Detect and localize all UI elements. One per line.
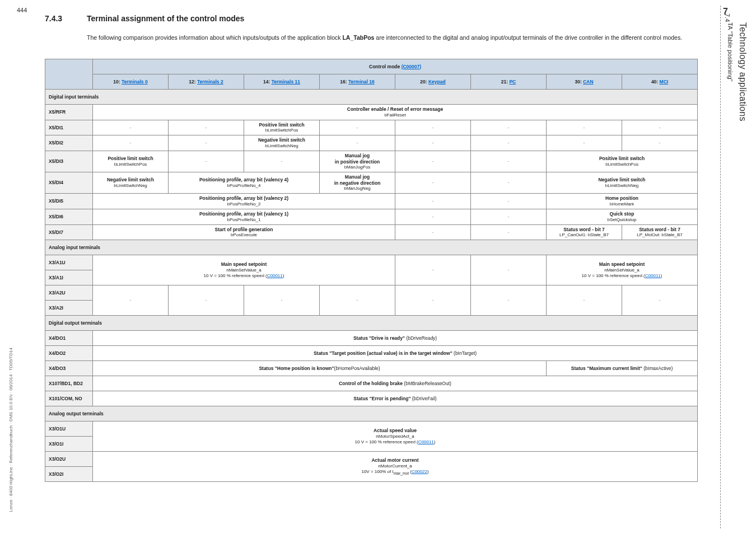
row-x3o2u: X3/O2U Actual motor current nMotorCurren… <box>45 452 698 467</box>
section-analog-input: Analog input terminals <box>45 240 698 255</box>
page-number-top: 444 <box>17 7 27 13</box>
vertical-divider <box>720 6 721 528</box>
column-headers: 10: Terminals 0 12: Terminals 2 14: Term… <box>45 74 698 90</box>
row-x4do1: X4/DO1 Status "Drive is ready" (bDriveRe… <box>45 331 698 346</box>
heading-text: Terminal assignment of the control modes <box>87 14 244 23</box>
vertical-title: Technology applications <box>738 22 748 121</box>
heading-number: 7.4.3 <box>45 14 62 23</box>
terminal-table: Control mode (C00007) 10: Terminals 0 12… <box>45 59 697 482</box>
control-mode-header: Control mode (C00007) <box>93 59 698 74</box>
row-x107: X107/BD1, BD2 Control of the holding bra… <box>45 376 698 391</box>
section-analog-output: Analog output terminals <box>45 406 698 421</box>
vertical-subtitle: TA "Table positioning" <box>727 22 734 81</box>
row-x3a1u: X3/A1U Main speed setpoint nMainSetValue… <box>45 255 698 270</box>
section-number: 7.4 <box>724 13 731 22</box>
intro-paragraph: The following comparison provides inform… <box>87 34 692 42</box>
row-x3a2u: X3/A2U ---- ---- <box>45 285 698 301</box>
section-heading: 7.4.3 Terminal assignment of the control… <box>45 14 244 23</box>
row-x5di2: X5/DI2 -- Negative limit switchbLimitSwi… <box>45 135 698 151</box>
row-x5di1: X5/DI1 -- Positive limit switchbLimitSwi… <box>45 120 698 135</box>
row-x5di6: X5/DI6 Positioning profile, array bit (v… <box>45 209 698 225</box>
row-x5rfr: X5/RFR Controller enable / Reset of erro… <box>45 105 698 120</box>
row-x5di4: X5/DI4 Negative limit switchbLimitSwitch… <box>45 172 698 194</box>
row-x4do2: X4/DO2 Status "Target position (actual v… <box>45 346 698 361</box>
section-digital-output: Digital output terminals <box>45 316 698 331</box>
section-digital-input: Digital input terminals <box>45 90 698 105</box>
row-x5di5: X5/DI5 Positioning profile, array bit (v… <box>45 194 698 209</box>
footer-text: Lenze · 8400 HighLine · Referenzhandbuch… <box>8 348 13 512</box>
row-x101: X101/COM, NO Status "Error is pending" (… <box>45 391 698 406</box>
row-x5di7: X5/DI7 Start of profile generationbPosEx… <box>45 224 698 240</box>
row-x5di3: X5/DI3 Positive limit switchbLimitSwitch… <box>45 151 698 172</box>
row-x3o1u: X3/O1U Actual speed value nMotorSpeedAct… <box>45 421 698 437</box>
row-x4do3: X4/DO3 Status "Home position is known"(b… <box>45 361 698 376</box>
